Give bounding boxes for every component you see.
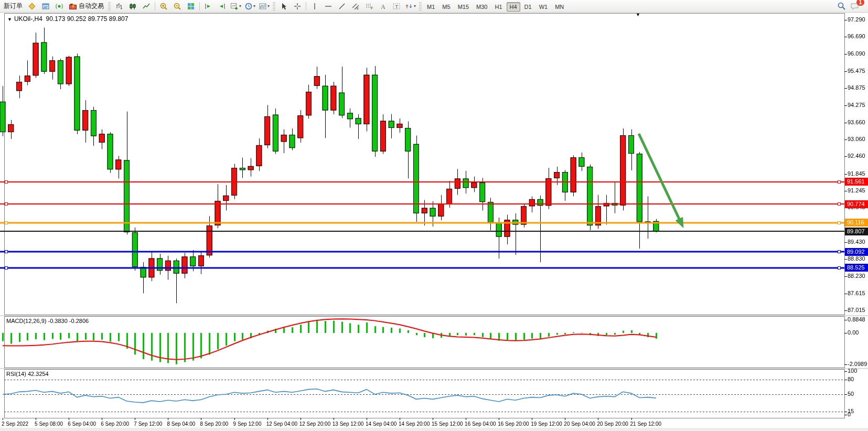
- template-icon[interactable]: ▾: [257, 1, 271, 12]
- svg-text:A: A: [381, 3, 385, 10]
- price-level-badge: 90.116: [845, 219, 868, 227]
- timeframe-M5[interactable]: M5: [439, 2, 453, 12]
- time-tick-label: 8 Sep 20:00: [200, 421, 228, 427]
- application-window: 新订单 自动交易 ▾ ▾ ▾ E F A T ▾ M1M5M1: [0, 0, 868, 431]
- auto-trading-button[interactable]: 自动交易: [66, 1, 106, 12]
- chart-symbol-period: UKOil-,H4: [14, 15, 42, 23]
- time-tick-label: 7 Sep 12:00: [134, 421, 162, 427]
- collapse-triangle-icon[interactable]: ▼: [7, 17, 12, 22]
- price-tick-label: 89.430: [848, 239, 865, 245]
- rsi-tick-label: 50: [848, 391, 854, 397]
- timeframe-group: M1M5M15M30H1H4D1W1MN: [423, 2, 567, 11]
- timeframe-D1[interactable]: D1: [521, 2, 535, 12]
- svg-text:F: F: [371, 6, 373, 10]
- time-tick-label: 6 Sep 04:00: [68, 421, 96, 427]
- chart-line-icon[interactable]: [140, 1, 153, 12]
- cursor-icon[interactable]: [277, 1, 291, 12]
- price-tick-label: 91.845: [848, 170, 865, 177]
- price-tick-label: 95.475: [848, 68, 865, 74]
- macd-tick-label: 0.00: [848, 329, 859, 336]
- arrows-icon[interactable]: ▾: [403, 1, 417, 12]
- price-tick-label: 87.015: [848, 307, 865, 313]
- macd-name: MACD(12,26,9): [6, 318, 46, 324]
- timeframe-H4[interactable]: H4: [507, 2, 520, 12]
- price-tick-label: 92.460: [848, 153, 865, 159]
- auto-scroll-icon[interactable]: [201, 1, 215, 12]
- window-bottom-edge: [0, 428, 868, 431]
- fibonacci-icon[interactable]: F: [362, 1, 376, 12]
- vertical-line-icon[interactable]: [308, 1, 322, 12]
- search-icon[interactable]: [834, 1, 848, 12]
- chart-shift-icon[interactable]: [215, 1, 229, 12]
- time-tick-label: 12 Sep 20:00: [299, 421, 331, 427]
- chart-shift-marker-icon[interactable]: ▼: [636, 12, 640, 17]
- time-tick-label: 13 Sep 12:00: [333, 421, 364, 427]
- zoom-out-icon[interactable]: [170, 1, 184, 12]
- timeframe-M1[interactable]: M1: [424, 2, 438, 12]
- rsi-indicator-label: RSI(14) 42.3254: [6, 371, 49, 377]
- macd-tick-label: 0.8848: [848, 316, 865, 322]
- time-tick-label: 16 Sep 04:00: [465, 421, 496, 427]
- toolbar-separator: [199, 2, 200, 10]
- new-order-label: 新订单: [4, 2, 23, 10]
- tile-windows-icon[interactable]: [184, 1, 198, 12]
- macd-tick-label: -2.0989: [848, 361, 867, 367]
- rsi-tick-label: 100: [848, 368, 857, 374]
- chart-ohlc-readout: 90.173 90.252 89.775 89.807: [46, 15, 128, 23]
- price-tick-label: 97.290: [848, 16, 865, 23]
- new-chart-icon[interactable]: ▾: [229, 1, 243, 12]
- price-tick-label: 93.060: [848, 136, 865, 142]
- time-tick-label: 20 Sep 20:00: [597, 421, 628, 427]
- price-level-badge: 89.092: [845, 248, 868, 256]
- chart-title: ▼UKOil-,H4 90.173 90.252 89.775 89.807: [7, 15, 128, 23]
- price-level-badge: 90.774: [845, 200, 868, 208]
- price-chart-canvas[interactable]: [0, 0, 868, 431]
- new-order-button[interactable]: 新订单: [1, 1, 25, 12]
- label-icon[interactable]: T: [390, 1, 403, 12]
- time-tick-label: 9 Sep 12:00: [233, 421, 262, 427]
- zoom-in-icon[interactable]: [157, 1, 170, 12]
- time-tick-label: 6 Sep 20:00: [101, 421, 129, 427]
- price-tick-label: 88.230: [848, 273, 865, 279]
- timeframe-MN[interactable]: MN: [552, 2, 567, 12]
- price-tick-label: 96.690: [848, 33, 865, 39]
- timeframe-M15[interactable]: M15: [455, 2, 472, 12]
- main-toolbar: 新订单 自动交易 ▾ ▾ ▾ E F A T ▾ M1M5M1: [0, 0, 868, 13]
- data-window-icon[interactable]: [39, 1, 52, 12]
- chart-bars-icon[interactable]: [112, 1, 126, 12]
- rsi-name: RSI(14): [6, 371, 26, 377]
- price-tick-label: 88.830: [848, 255, 865, 262]
- price-level-badge: 91.561: [845, 178, 868, 186]
- price-tick-label: 96.090: [848, 50, 865, 57]
- toolbar-grip: [273, 2, 275, 10]
- text-icon[interactable]: A: [376, 1, 390, 12]
- chart-candles-icon[interactable]: [126, 1, 140, 12]
- time-tick-label: 14 Sep 04:00: [366, 421, 397, 427]
- channel-icon[interactable]: E: [349, 1, 362, 12]
- timeframe-M30[interactable]: M30: [473, 2, 490, 12]
- chat-icon[interactable]: 1: [848, 1, 862, 12]
- market-watch-icon[interactable]: [25, 1, 39, 12]
- chevron-down-icon: ▾: [239, 4, 241, 8]
- time-tick-label: 14 Sep 20:00: [399, 421, 430, 427]
- rsi-tick-label: 0: [848, 411, 851, 417]
- svg-text:E: E: [357, 7, 359, 10]
- price-level-badge: 89.807: [845, 228, 868, 235]
- price-tick-label: 94.875: [848, 84, 865, 91]
- time-tick-label: 2 Sep 2022: [2, 421, 28, 427]
- price-tick-label: 94.275: [848, 102, 865, 108]
- chevron-down-icon: ▾: [267, 4, 270, 8]
- chevron-down-icon: ▾: [414, 4, 416, 8]
- horizontal-line-icon[interactable]: [322, 1, 335, 12]
- time-tick-label: 21 Sep 12:00: [630, 421, 662, 427]
- trendline-icon[interactable]: [335, 1, 349, 12]
- price-tick-label: 87.615: [848, 290, 865, 296]
- time-tick-label: 12 Sep 04:00: [266, 421, 298, 427]
- timeframe-H1[interactable]: H1: [491, 2, 505, 12]
- crosshair-icon[interactable]: [291, 1, 304, 12]
- periods-icon[interactable]: ▾: [243, 1, 257, 12]
- time-tick-label: 20 Sep 04:00: [564, 421, 595, 427]
- timeframe-W1[interactable]: W1: [536, 2, 551, 12]
- navigator-icon[interactable]: [52, 1, 66, 12]
- svg-text:T: T: [395, 4, 399, 9]
